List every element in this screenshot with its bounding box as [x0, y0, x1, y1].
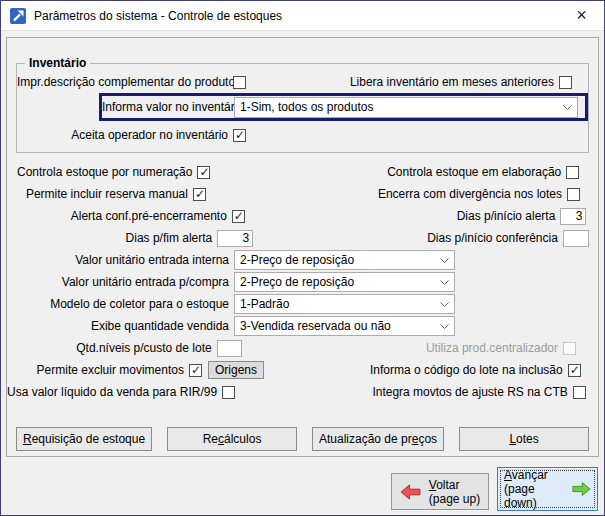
row-valor-interna: Valor unitário entrada interna 2-Preço d… — [7, 249, 598, 271]
informa-valor-value: 1-Sim, todos os produtos — [240, 100, 559, 114]
modelo-coletor-value: 1-Padrão — [240, 297, 436, 311]
dias-inicio-conf-label: Dias p/início conferência — [427, 231, 563, 245]
modelo-coletor-label: Modelo de coletor para o estoque — [7, 297, 234, 311]
utiliza-centralizador-checkbox — [563, 342, 576, 355]
impr-descricao-checkbox[interactable] — [233, 76, 246, 89]
row-controla-numeracao: Controla estoque por numeração Controla … — [7, 161, 598, 183]
informa-valor-label: Informa valor no inventário — [102, 100, 234, 114]
informa-codigo-label: Informa o código do lote na inclusão — [370, 363, 568, 377]
row-alerta-conf: Alerta conf.pré-encerramento Dias p/iníc… — [7, 205, 598, 227]
valor-interna-select[interactable]: 2-Preço de reposição — [234, 250, 455, 270]
window-title: Parâmetros do sistema - Controle de esto… — [34, 9, 559, 23]
avancar-button[interactable]: Avançar (page down) — [497, 467, 598, 511]
aceita-operador-checkbox[interactable] — [233, 129, 246, 142]
qtd-niveis-label: Qtd.níveis p/custo de lote — [7, 341, 217, 355]
row-exibe-qtd: Exibe quantidade vendida 3-Vendida reser… — [7, 315, 598, 337]
integra-movtos-label: Integra movtos de ajuste RS na CTB — [372, 385, 572, 399]
requisicao-de-estoque-button[interactable]: Requisição de estoque — [16, 427, 152, 451]
inventario-row-1: Impr.descrição complementar do produto L… — [17, 74, 588, 90]
arrow-left-icon — [400, 484, 421, 500]
controla-elaboracao-checkbox[interactable] — [566, 166, 579, 179]
aceita-operador-label: Aceita operador no inventário — [17, 128, 233, 142]
valor-interna-label: Valor unitário entrada interna — [7, 253, 234, 267]
chevron-down-icon — [440, 280, 449, 285]
row-modelo-coletor: Modelo de coletor para o estoque 1-Padrã… — [7, 293, 598, 315]
atualizacao-de-precos-button[interactable]: Atualização de preços — [312, 427, 444, 451]
utiliza-centralizador-label: Utiliza prod.centralizador — [426, 341, 563, 355]
content-panel: Inventário Impr.descrição complementar d… — [6, 37, 599, 457]
valor-compra-select[interactable]: 2-Preço de reposição — [234, 272, 455, 292]
permite-excluir-label: Permite excluir movimentos — [7, 363, 189, 377]
informa-valor-highlight: Informa valor no inventário 1-Sim, todos… — [99, 93, 588, 121]
close-icon: × — [576, 5, 587, 26]
controla-numeracao-checkbox[interactable] — [197, 166, 210, 179]
row-usa-valor-liquido: Usa valor líquido da venda para RIR/99 I… — [7, 381, 598, 403]
avancar-sublabel: (page down) — [504, 482, 564, 510]
action-button-bar: Requisição de estoque Recálculos Atualiz… — [16, 427, 589, 451]
settings-rows: Controla estoque por numeração Controla … — [7, 161, 598, 403]
row-reserva-manual: Permite incluir reserva manual Encerra c… — [7, 183, 598, 205]
libera-inventario-label: Libera inventário em meses anteriores — [246, 75, 559, 89]
integra-movtos-checkbox[interactable] — [573, 386, 586, 399]
usa-valor-liquido-label: Usa valor líquido da venda para RIR/99 — [7, 385, 222, 399]
lotes-button[interactable]: Lotes — [459, 427, 589, 451]
valor-compra-value: 2-Preço de reposição — [240, 275, 436, 289]
inventario-groupbox: Inventário Impr.descrição complementar d… — [16, 63, 589, 153]
row-dias-fim: Dias p/fim alerta Dias p/início conferên… — [7, 227, 598, 249]
dias-inicio-conf-input[interactable] — [563, 230, 589, 247]
chevron-down-icon — [440, 324, 449, 329]
inventario-legend: Inventário — [25, 56, 90, 70]
reserva-manual-checkbox[interactable] — [193, 188, 206, 201]
row-permite-excluir: Permite excluir movimentos Origens Infor… — [7, 359, 598, 381]
exibe-qtd-select[interactable]: 3-Vendida reservada ou não — [234, 316, 455, 336]
alerta-conf-label: Alerta conf.pré-encerramento — [7, 209, 232, 223]
dias-fim-alerta-input[interactable] — [217, 230, 253, 247]
inventario-row-3: Aceita operador no inventário — [17, 127, 588, 143]
libera-inventario-checkbox[interactable] — [559, 76, 572, 89]
chevron-down-icon — [563, 105, 572, 110]
encerra-divergencia-label: Encerra com divergência nos lotes — [378, 187, 567, 201]
app-icon — [10, 8, 26, 24]
dialog-window: Parâmetros do sistema - Controle de esto… — [0, 0, 605, 516]
chevron-down-icon — [440, 302, 449, 307]
controla-numeracao-label: Controla estoque por numeração — [7, 165, 197, 179]
titlebar[interactable]: Parâmetros do sistema - Controle de esto… — [1, 1, 604, 31]
alerta-conf-checkbox[interactable] — [232, 210, 245, 223]
row-valor-compra: Valor unitário entrada p/compra 2-Preço … — [7, 271, 598, 293]
encerra-divergencia-checkbox[interactable] — [567, 188, 580, 201]
close-button[interactable]: × — [559, 1, 604, 31]
controla-elaboracao-label: Controla estoque em elaboração — [387, 165, 566, 179]
arrow-right-icon — [572, 481, 591, 497]
valor-compra-label: Valor unitário entrada p/compra — [7, 275, 234, 289]
valor-interna-value: 2-Preço de reposição — [240, 253, 436, 267]
dias-inicio-alerta-input[interactable] — [560, 208, 586, 225]
exibe-qtd-label: Exibe quantidade vendida — [7, 319, 234, 333]
permite-excluir-checkbox[interactable] — [189, 364, 202, 377]
row-qtd-niveis: Qtd.níveis p/custo de lote Utiliza prod.… — [7, 337, 598, 359]
dias-fim-alerta-label: Dias p/fim alerta — [7, 231, 217, 245]
avancar-label: Avançar — [504, 468, 564, 482]
exibe-qtd-value: 3-Vendida reservada ou não — [240, 319, 436, 333]
reserva-manual-label: Permite incluir reserva manual — [7, 187, 193, 201]
voltar-sublabel: (page up) — [429, 492, 480, 506]
modelo-coletor-select[interactable]: 1-Padrão — [234, 294, 455, 314]
usa-valor-liquido-checkbox[interactable] — [222, 386, 235, 399]
informa-codigo-checkbox[interactable] — [568, 364, 581, 377]
dias-inicio-alerta-label: Dias p/início alerta — [457, 209, 561, 223]
voltar-button[interactable]: Voltar (page up) — [391, 473, 489, 510]
impr-descricao-label: Impr.descrição complementar do produto — [17, 75, 233, 89]
qtd-niveis-input[interactable] — [217, 340, 242, 357]
recalculos-button[interactable]: Recálculos — [167, 427, 297, 451]
chevron-down-icon — [440, 258, 449, 263]
origens-button[interactable]: Origens — [208, 361, 264, 379]
voltar-label: Voltar — [429, 478, 480, 492]
informa-valor-select[interactable]: 1-Sim, todos os produtos — [234, 97, 578, 118]
